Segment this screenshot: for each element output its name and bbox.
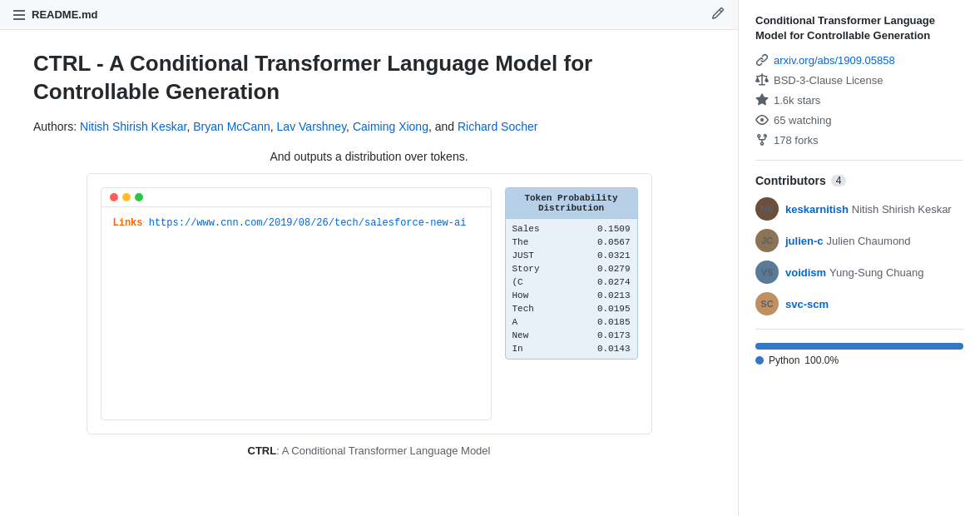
sidebar-watching-item: 65 watching bbox=[755, 113, 963, 127]
star-icon bbox=[755, 93, 769, 107]
contributors-label: Contributors bbox=[755, 174, 826, 187]
contributor-fullname: Yung-Sung Chuang bbox=[829, 266, 923, 279]
contributor-username[interactable]: svc-scm bbox=[785, 298, 829, 310]
dot-red bbox=[110, 193, 118, 201]
prob-row: Tech0.0195 bbox=[512, 302, 631, 315]
sidebar-forks-item: 178 forks bbox=[755, 133, 963, 146]
author-mccann[interactable]: Bryan McCann bbox=[193, 120, 270, 133]
sidebar-divider-2 bbox=[755, 329, 963, 330]
prob-row: A0.0185 bbox=[512, 315, 631, 329]
prob-value: 0.1509 bbox=[597, 224, 631, 234]
contributors-heading: Contributors 4 bbox=[755, 174, 963, 187]
license-icon bbox=[755, 73, 769, 87]
prob-row: The0.0567 bbox=[512, 236, 631, 249]
prob-value: 0.0567 bbox=[597, 237, 631, 247]
stars-text: 1.6k stars bbox=[774, 94, 820, 107]
caption-bold: CTRL bbox=[248, 444, 277, 457]
caption-text: : A Conditional Transformer Language Mod… bbox=[276, 444, 490, 457]
author-socher[interactable]: Richard Socher bbox=[458, 120, 538, 133]
prob-token: Sales bbox=[512, 224, 554, 234]
sidebar-stars-item: 1.6k stars bbox=[755, 93, 963, 107]
contributor-info: voidism Yung-Sung Chuang bbox=[785, 265, 924, 279]
dot-green bbox=[135, 193, 143, 201]
language-pct: 100.0% bbox=[804, 355, 839, 366]
eye-icon bbox=[755, 113, 769, 127]
sidebar-repo-description: Conditional Transformer Language Model f… bbox=[755, 13, 963, 43]
sidebar: Conditional Transformer Language Model f… bbox=[739, 0, 980, 516]
prob-value: 0.0143 bbox=[597, 344, 631, 354]
contributor-item: JC julien-c Julien Chaumond bbox=[755, 229, 963, 252]
contributor-info: keskarnitish Nitish Shirish Keskar bbox=[785, 202, 952, 216]
terminal-box: Links https://www.cnn.com/2019/08/26/tec… bbox=[101, 187, 492, 420]
readme-content: CTRL - A Conditional Transformer Languag… bbox=[0, 30, 738, 477]
main-panel: README.md CTRL - A Conditional Transform… bbox=[0, 0, 739, 516]
prob-token: Tech bbox=[512, 304, 554, 314]
terminal-body: Links https://www.cnn.com/2019/08/26/tec… bbox=[101, 207, 491, 239]
prob-value: 0.0321 bbox=[597, 251, 631, 260]
language-bar-container: Python 100.0% bbox=[755, 343, 963, 366]
forks-text: 178 forks bbox=[774, 134, 818, 146]
prob-table-body: Sales0.1509The0.0567JUST0.0321Story0.027… bbox=[506, 219, 637, 359]
menu-icon[interactable] bbox=[13, 10, 25, 20]
contributor-fullname: Julien Chaumond bbox=[826, 235, 910, 247]
prob-value: 0.0279 bbox=[597, 264, 631, 274]
author-keskar[interactable]: Nitish Shirish Keskar bbox=[80, 120, 186, 133]
prob-token: Story bbox=[512, 264, 554, 274]
contributor-item: SC svc-scm bbox=[755, 292, 963, 315]
language-bar bbox=[755, 343, 963, 350]
readme-filename: README.md bbox=[32, 8, 97, 21]
prob-token: The bbox=[512, 237, 554, 247]
language-name: Python bbox=[769, 355, 799, 366]
prob-token: How bbox=[512, 290, 554, 300]
contributor-avatar: JC bbox=[755, 229, 779, 252]
contributor-username[interactable]: keskarnitish bbox=[785, 203, 849, 216]
language-color-dot bbox=[755, 356, 764, 365]
prob-value: 0.0213 bbox=[597, 290, 631, 300]
prob-row: In0.0143 bbox=[512, 342, 631, 355]
repo-title: CTRL - A Conditional Transformer Languag… bbox=[33, 50, 705, 107]
author-varshney[interactable]: Lav Varshney bbox=[277, 120, 347, 133]
edit-icon[interactable] bbox=[711, 7, 725, 22]
prob-token: New bbox=[512, 330, 554, 340]
watching-text: 65 watching bbox=[774, 114, 831, 127]
contributor-fullname: Nitish Shirish Keskar bbox=[852, 203, 952, 216]
arxiv-link[interactable]: arxiv.org/abs/1909.05858 bbox=[774, 54, 895, 67]
readme-header: README.md bbox=[0, 0, 738, 30]
prob-row: (C0.0274 bbox=[512, 275, 631, 289]
sidebar-divider bbox=[755, 160, 963, 161]
fork-icon bbox=[755, 133, 769, 146]
prob-value: 0.0173 bbox=[597, 330, 631, 340]
caption: CTRL: A Conditional Transformer Language… bbox=[33, 444, 705, 457]
prob-token: In bbox=[512, 344, 554, 354]
sidebar-license-item: BSD-3-Clause License bbox=[755, 73, 963, 87]
contributor-item: VS voidism Yung-Sung Chuang bbox=[755, 260, 963, 284]
prob-row: Sales0.1509 bbox=[512, 222, 631, 236]
authors-line: Authors: Nitish Shirish Keskar, Bryan Mc… bbox=[33, 120, 705, 133]
contributor-info: julien-c Julien Chaumond bbox=[785, 234, 911, 247]
demo-container: Links https://www.cnn.com/2019/08/26/tec… bbox=[87, 173, 652, 434]
contributors-list: NK keskarnitish Nitish Shirish Keskar JC… bbox=[755, 197, 963, 315]
contributor-username[interactable]: julien-c bbox=[785, 235, 824, 247]
description-text: And outputs a distribution over tokens. bbox=[33, 150, 705, 163]
contributor-avatar: SC bbox=[755, 292, 779, 315]
terminal-link-url[interactable]: https://www.cnn.com/2019/08/26/tech/sale… bbox=[149, 217, 467, 229]
author-xiong[interactable]: Caiming Xiong bbox=[353, 120, 428, 133]
contributor-username[interactable]: voidism bbox=[785, 266, 826, 279]
contributor-info: svc-scm bbox=[785, 297, 829, 310]
prob-row: How0.0213 bbox=[512, 289, 631, 302]
contributor-item: NK keskarnitish Nitish Shirish Keskar bbox=[755, 197, 963, 221]
sidebar-arxiv-item: arxiv.org/abs/1909.05858 bbox=[755, 53, 963, 67]
prob-row: Story0.0279 bbox=[512, 262, 631, 275]
prob-token: (C bbox=[512, 277, 554, 287]
prob-value: 0.0185 bbox=[597, 317, 631, 327]
prob-table: Token ProbabilityDistribution Sales0.150… bbox=[505, 187, 638, 360]
terminal-titlebar bbox=[101, 188, 491, 207]
link-icon bbox=[755, 53, 769, 67]
dot-yellow bbox=[122, 193, 131, 201]
prob-token: A bbox=[512, 317, 554, 327]
prob-value: 0.0274 bbox=[597, 277, 631, 287]
prob-row: JUST0.0321 bbox=[512, 249, 631, 262]
authors-prefix: Authors: bbox=[33, 120, 80, 133]
prob-table-header: Token ProbabilityDistribution bbox=[506, 188, 637, 219]
terminal-link-label: Links bbox=[113, 217, 143, 229]
